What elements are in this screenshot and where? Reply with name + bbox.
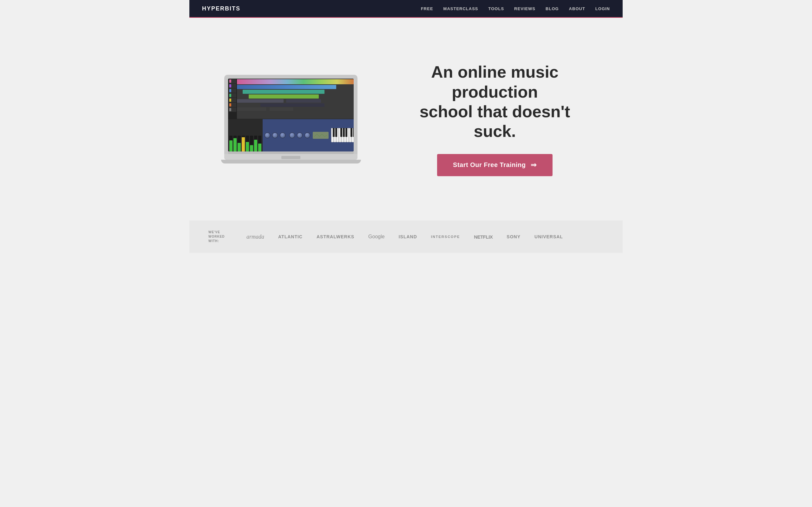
main-nav: FREE MASTERCLASS TOOLS REVIEWS BLOG ABOU… — [421, 6, 610, 11]
daw-top — [228, 78, 354, 119]
synth-display — [313, 132, 328, 139]
nav-login[interactable]: LOGIN — [595, 6, 610, 11]
nav-about[interactable]: ABOUT — [569, 6, 585, 11]
partner-google: Google — [368, 234, 385, 239]
laptop-touchpad — [281, 156, 300, 159]
daw-bottom — [228, 119, 354, 152]
partners-logos: armada ATLANTIC ASTRALWERKS Google ISLAN… — [247, 233, 563, 240]
partner-universal: UNIVERSAL — [535, 234, 563, 239]
nav-reviews[interactable]: REVIEWS — [514, 6, 536, 11]
partner-netflix: NETFLIX — [474, 234, 493, 239]
partner-astralwerks: ASTRALWERKS — [316, 234, 354, 239]
partners-label: WE'VEWORKEDWITH: — [208, 230, 231, 243]
laptop-base — [224, 154, 357, 160]
partner-sony: SONY — [507, 234, 520, 239]
laptop-hinge — [228, 152, 354, 154]
daw-screen — [228, 78, 354, 152]
partner-atlantic: ATLANTIC — [278, 234, 303, 239]
hero-illustration — [215, 75, 367, 164]
nav-masterclass[interactable]: MASTERCLASS — [444, 6, 478, 11]
laptop-screen — [228, 78, 354, 152]
daw-timeline — [237, 78, 354, 119]
nav-free[interactable]: FREE — [421, 6, 433, 11]
laptop-graphic — [224, 75, 357, 164]
site-logo[interactable]: HYPERBITS — [202, 5, 241, 12]
laptop-body — [224, 75, 357, 154]
hero-content: An online music production school that d… — [392, 62, 597, 176]
cta-arrow-icon: ⇒ — [531, 161, 537, 169]
daw-synth — [263, 119, 354, 152]
hero-section: An online music production school that d… — [189, 18, 623, 221]
daw-mixer — [228, 119, 263, 152]
daw-track-list — [228, 78, 237, 119]
partner-armada: armada — [247, 233, 264, 240]
partners-bar: WE'VEWORKEDWITH: armada ATLANTIC ASTRALW… — [189, 221, 623, 253]
hero-headline: An online music production school that d… — [415, 62, 574, 141]
laptop-foot — [221, 160, 361, 164]
cta-label: Start Our Free Training — [453, 161, 525, 169]
partner-island: ISLAND — [399, 234, 417, 239]
synth-keys — [331, 128, 354, 142]
partner-interscope: INTERSCOPE — [431, 235, 460, 239]
nav-blog[interactable]: BLOG — [546, 6, 559, 11]
site-header: HYPERBITS FREE MASTERCLASS TOOLS REVIEWS… — [189, 0, 623, 18]
nav-tools[interactable]: TOOLS — [489, 6, 504, 11]
cta-button[interactable]: Start Our Free Training ⇒ — [437, 154, 553, 176]
